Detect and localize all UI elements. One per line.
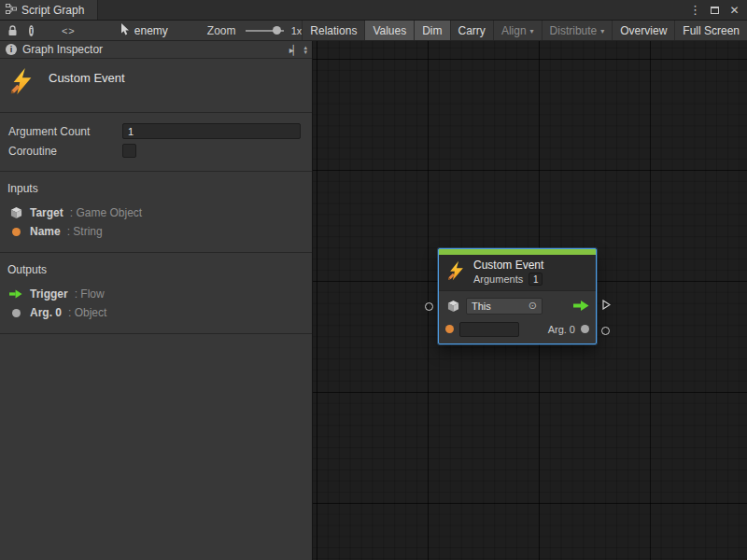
graph-name: enemy — [134, 24, 168, 37]
chevron-down-icon: ▾ — [600, 27, 604, 35]
custom-event-icon — [446, 260, 467, 284]
button-label: Values — [373, 24, 406, 37]
port-type: : Object — [68, 306, 106, 319]
button-label: Align — [501, 24, 527, 37]
object-port-icon — [8, 309, 23, 317]
close-icon[interactable]: ✕ — [727, 3, 741, 18]
maximize-icon[interactable] — [708, 3, 722, 18]
coroutine-checkbox[interactable] — [122, 144, 136, 158]
chevron-down-icon: ▾ — [530, 27, 534, 35]
trigger-flow-icon[interactable] — [573, 301, 589, 311]
string-port-icon — [8, 228, 23, 236]
dim-button[interactable]: Dim — [414, 21, 449, 40]
menu-icon[interactable]: ⋮ — [688, 3, 702, 18]
button-label: Overview — [620, 24, 667, 37]
port-row: Target : Game Object — [0, 203, 312, 222]
inspector-empty-area — [0, 334, 312, 560]
node-body: This ⊙ Arg. 0 — [439, 291, 596, 343]
button-label: Relations — [310, 24, 357, 37]
game-object-icon — [445, 300, 460, 313]
trigger-output-port[interactable] — [602, 300, 611, 310]
name-row: Arg. 0 — [445, 320, 589, 338]
full-screen-button[interactable]: Full Screen — [674, 21, 747, 40]
port-row: Trigger : Flow — [0, 285, 312, 303]
arg0-label: Arg. 0 — [548, 324, 575, 335]
event-name-input[interactable] — [459, 322, 519, 337]
tab-script-graph[interactable]: Script Graph — [0, 0, 98, 20]
object-picker-icon[interactable]: ⊙ — [529, 300, 537, 312]
zoom-value: 1x — [291, 25, 303, 36]
overview-button[interactable]: Overview — [612, 21, 674, 40]
argument-count-label: Argument Count — [8, 125, 122, 138]
port-type: : Game Object — [70, 206, 142, 219]
name-input-port[interactable] — [445, 325, 454, 333]
relations-button[interactable]: Relations — [302, 21, 364, 40]
event-summary: Custom Event — [0, 59, 312, 113]
port-name: Trigger — [30, 287, 68, 301]
inputs-section: Inputs Target : Game Object Name : Strin… — [0, 172, 312, 253]
button-label: Carry — [458, 24, 486, 37]
custom-event-node[interactable]: Custom Event Arguments 1 This — [438, 248, 597, 344]
pane-scroll-icons[interactable]: ▴ ▾ — [303, 45, 309, 54]
event-title: Custom Event — [49, 71, 125, 85]
port-name: Name — [30, 225, 61, 238]
graph-inspector-panel: i Graph Inspector ▸▏ ▴ ▾ — [0, 41, 313, 560]
graph-breadcrumb[interactable]: enemy — [120, 23, 168, 38]
port-type: : Flow — [75, 287, 105, 301]
graph-toolbar: i <> enemy Zoom 1x Relations Values Dim … — [0, 21, 747, 41]
node-arguments-value[interactable]: 1 — [529, 273, 543, 286]
port-name: Target — [30, 206, 63, 219]
button-label: Distribute — [550, 24, 598, 37]
graph-icon — [6, 4, 17, 17]
port-row: Name : String — [0, 222, 312, 241]
window-controls: ⋮ ✕ — [688, 0, 747, 20]
align-button[interactable]: Align▾ — [493, 21, 542, 40]
toolbar-buttons: Relations Values Dim Carry Align▾ Distri… — [302, 21, 747, 40]
carry-button[interactable]: Carry — [450, 21, 493, 40]
titlebar: Script Graph ⋮ ✕ — [0, 0, 747, 21]
arg0-output-port[interactable] — [601, 327, 610, 335]
arg0-port[interactable] — [581, 325, 589, 333]
node-arguments-label: Arguments — [473, 273, 523, 285]
event-fields: Argument Count Coroutine — [0, 113, 312, 172]
pointer-icon — [120, 23, 130, 38]
coroutine-label: Coroutine — [8, 145, 122, 158]
info-icon: i — [6, 44, 17, 55]
graph-canvas[interactable]: Custom Event Arguments 1 This — [313, 41, 747, 560]
code-icon[interactable]: <> — [62, 25, 76, 36]
values-button[interactable]: Values — [364, 21, 414, 40]
game-object-icon — [8, 206, 23, 219]
node-header[interactable]: Custom Event Arguments 1 — [439, 255, 596, 291]
distribute-button[interactable]: Distribute▾ — [542, 21, 613, 40]
argument-count-input[interactable] — [122, 123, 301, 139]
target-input-port[interactable] — [425, 302, 433, 311]
script-graph-window: Script Graph ⋮ ✕ i <> enemy Zoom 1x Rela… — [0, 0, 747, 560]
inspector-header: i Graph Inspector ▸▏ ▴ ▾ — [0, 41, 312, 59]
port-type: : String — [67, 225, 103, 238]
target-row: This ⊙ — [445, 297, 589, 315]
chevron-down-icon[interactable]: ▾ — [303, 49, 307, 54]
zoom-slider[interactable] — [246, 26, 284, 35]
info-icon[interactable]: i — [29, 25, 34, 36]
dock-icon[interactable]: ▸▏ — [289, 45, 300, 55]
outputs-heading: Outputs — [0, 260, 312, 285]
node-title: Custom Event — [473, 259, 543, 272]
outputs-section: Outputs Trigger : Flow Arg. 0 : Object — [0, 253, 312, 334]
inputs-heading: Inputs — [0, 179, 312, 203]
zoom-slider-knob[interactable] — [273, 26, 281, 35]
target-dropdown[interactable]: This ⊙ — [466, 298, 543, 315]
flow-arrow-icon — [8, 289, 23, 299]
target-value: This — [472, 301, 529, 312]
button-label: Full Screen — [683, 24, 740, 37]
button-label: Dim — [422, 24, 442, 37]
lock-icon[interactable] — [7, 25, 18, 36]
port-row: Arg. 0 : Object — [0, 303, 312, 322]
zoom-label: Zoom — [207, 24, 236, 37]
inspector-title: Graph Inspector — [22, 43, 103, 56]
custom-event-icon — [8, 67, 36, 98]
port-name: Arg. 0 — [30, 306, 62, 319]
tab-label: Script Graph — [21, 4, 84, 17]
